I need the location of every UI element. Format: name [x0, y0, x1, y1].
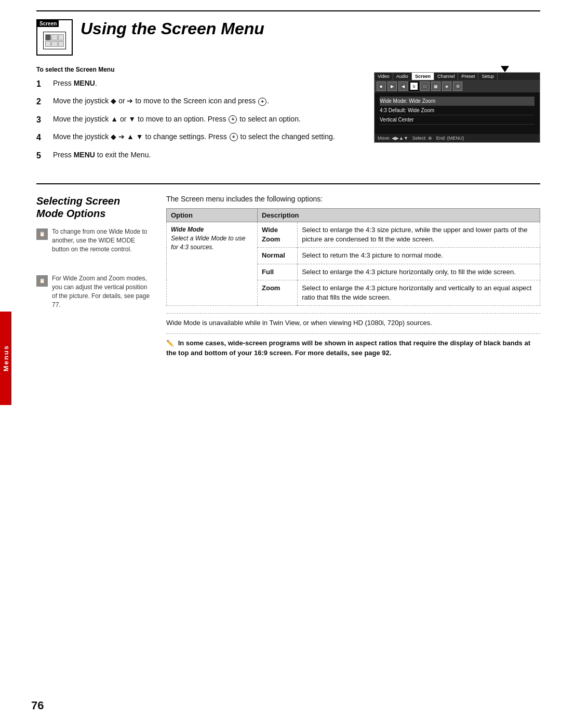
page-title: Using the Screen Menu — [81, 19, 540, 38]
screen-icon-grid — [45, 34, 64, 47]
grid-cell-2 — [51, 34, 57, 41]
pencil-icon: ✏️ — [166, 339, 174, 348]
step-1-text: Press MENU. — [53, 78, 358, 89]
main-content: Screen Using the Screen Menu To — [16, 0, 561, 728]
menu-icon-7: ⚙ — [453, 82, 462, 91]
circle-plus-icon-3: + — [230, 133, 238, 141]
step-5-text: Press MENU to exit the Menu. — [53, 150, 358, 160]
menu-bottom-bar: Move: ◀▶▲▼ Select: ⊕ End: (MENU) — [375, 134, 540, 142]
menu-icon-4: □ — [420, 82, 430, 91]
menu-icon-6: ◈ — [442, 82, 451, 91]
desc-name-full: Full — [258, 264, 298, 280]
note-box-2: 📋 For Wide Zoom and Zoom modes, you can … — [36, 274, 151, 309]
upper-section: To select the Screen Menu 1 Press MENU. … — [36, 66, 540, 168]
circle-plus-icon-2: + — [229, 115, 237, 124]
menu-move-label: Move: ◀▶▲▼ — [378, 136, 408, 141]
menu-screenshot: Video Audio Screen Channel Preset Setup … — [374, 72, 540, 143]
bold-note-text: In some cases, wide-screen programs will… — [166, 339, 530, 357]
page-number: 76 — [31, 699, 44, 712]
desc-name-wide-zoom: Wide Zoom — [258, 222, 298, 247]
section-heading-line2: Mode Options — [36, 208, 105, 219]
menu-icon-screen: S — [409, 82, 419, 91]
instructions-sub-label: To select the Screen Menu — [36, 66, 358, 73]
screen-icon-inner — [43, 32, 66, 49]
lower-section: Selecting Screen Mode Options 📋 To chang… — [36, 195, 540, 358]
right-content: The Screen menu includes the following o… — [166, 195, 540, 358]
desc-text-zoom: Select to enlarge the 4:3 picture horizo… — [298, 280, 540, 305]
side-tab-label: Menus — [2, 345, 10, 371]
left-sidebar: Selecting Screen Mode Options 📋 To chang… — [36, 195, 151, 358]
grid-cell-3 — [58, 34, 64, 41]
note-icon-2: 📋 — [36, 275, 48, 287]
note-icon-1: 📋 — [36, 228, 48, 240]
menu-icon-3: ◀ — [398, 82, 408, 91]
menu-end-label: End: (MENU) — [436, 136, 464, 141]
note-box-1: 📋 To change from one Wide Mode to anothe… — [36, 227, 151, 253]
grid-cell-4 — [45, 41, 51, 47]
menu-icon-1: ■ — [377, 82, 386, 91]
options-table: Option Description Wide Mode Select a Wi… — [166, 208, 540, 306]
step-5-num: 5 — [36, 150, 49, 161]
desc-text-normal: Select to return the 4:3 picture to norm… — [298, 248, 540, 264]
unavailable-text: Wide Mode is unavailable while in Twin V… — [166, 313, 540, 328]
instructions-col: To select the Screen Menu 1 Press MENU. … — [36, 66, 358, 168]
step-4: 4 Move the joystick ◆ ➔ ▲ ▼ to change se… — [36, 132, 358, 143]
desc-text-wide-zoom: Select to enlarge the 4:3 size picture, … — [298, 222, 540, 247]
step-2-text: Move the joystick ◆ or ➔ to move to the … — [53, 96, 358, 106]
top-border — [36, 10, 540, 11]
menu-tabs-bar: Video Audio Screen Channel Preset Setup — [375, 73, 540, 80]
menu-tab-video: Video — [375, 73, 393, 80]
menu-item-43-default: 4:3 Default: Wide Zoom — [380, 106, 535, 115]
col-header-description: Description — [258, 208, 540, 222]
step-4-num: 4 — [36, 132, 49, 143]
menu-tab-screen: Screen — [412, 73, 434, 80]
table-header-row: Option Description — [167, 208, 540, 222]
section-divider — [36, 183, 540, 184]
menu-content-area: Wide Mode: Wide Zoom 4:3 Default: Wide Z… — [375, 92, 540, 134]
menu-tab-preset: Preset — [458, 73, 478, 80]
step-3: 3 Move the joystick ▲ or ▼ to move to an… — [36, 114, 358, 126]
menu-item-wide-mode: Wide Mode: Wide Zoom — [380, 97, 535, 106]
menu-tab-audio: Audio — [393, 73, 412, 80]
grid-cell-5 — [51, 41, 57, 47]
desc-name-normal: Normal — [258, 248, 298, 264]
section-heading-line1: Selecting Screen — [36, 195, 120, 207]
table-row-wide-zoom: Wide Mode Select a Wide Mode to use for … — [167, 222, 540, 247]
menu-icons-bar: ■ ▶ ◀ S □ ▦ ◈ ⚙ — [375, 80, 540, 92]
step-2: 2 Move the joystick ◆ or ➔ to move to th… — [36, 96, 358, 107]
step-1-num: 1 — [36, 78, 49, 90]
col-header-option: Option — [167, 208, 258, 222]
step-3-text: Move the joystick ▲ or ▼ to move to an o… — [53, 114, 358, 125]
header-section: Screen Using the Screen Menu — [36, 19, 540, 56]
menu-icon-2: ▶ — [388, 82, 397, 91]
step-2-num: 2 — [36, 96, 49, 107]
menu-icon-5: ▦ — [431, 82, 440, 91]
grid-cell-6 — [58, 41, 64, 47]
page-container: Menus Screen Using the Screen M — [0, 0, 561, 728]
screen-label: Screen — [37, 20, 59, 27]
menu-item-vertical-center: Vertical Center — [380, 115, 535, 125]
desc-text-full: Select to enlarge the 4:3 picture horizo… — [298, 264, 540, 280]
screen-icon-box: Screen — [36, 19, 73, 56]
step-5: 5 Press MENU to exit the Menu. — [36, 150, 358, 161]
side-tab: Menus — [0, 312, 11, 405]
arrow-down-icon — [501, 66, 509, 72]
menu-screenshot-col: Video Audio Screen Channel Preset Setup … — [374, 66, 540, 168]
note-text-2: For Wide Zoom and Zoom modes, you can ad… — [52, 274, 151, 309]
step-3-num: 3 — [36, 114, 49, 126]
section-heading: Selecting Screen Mode Options — [36, 195, 151, 220]
menu-select-label: Select: ⊕ — [412, 136, 432, 141]
intro-text: The Screen menu includes the following o… — [166, 195, 540, 203]
menu-tab-channel: Channel — [434, 73, 459, 80]
grid-cell-1 — [45, 34, 51, 41]
menu-tab-setup: Setup — [478, 73, 498, 80]
wide-mode-cell: Wide Mode Select a Wide Mode to use for … — [167, 222, 258, 305]
step-list: 1 Press MENU. 2 Move the joystick ◆ or ➔… — [36, 78, 358, 161]
bold-note: ✏️ In some cases, wide-screen programs w… — [166, 333, 540, 358]
note-text-1: To change from one Wide Mode to another,… — [52, 227, 151, 253]
desc-name-zoom: Zoom — [258, 280, 298, 305]
step-1: 1 Press MENU. — [36, 78, 358, 90]
step-4-text: Move the joystick ◆ ➔ ▲ ▼ to change sett… — [53, 132, 358, 142]
circle-plus-icon-1: + — [258, 98, 266, 106]
